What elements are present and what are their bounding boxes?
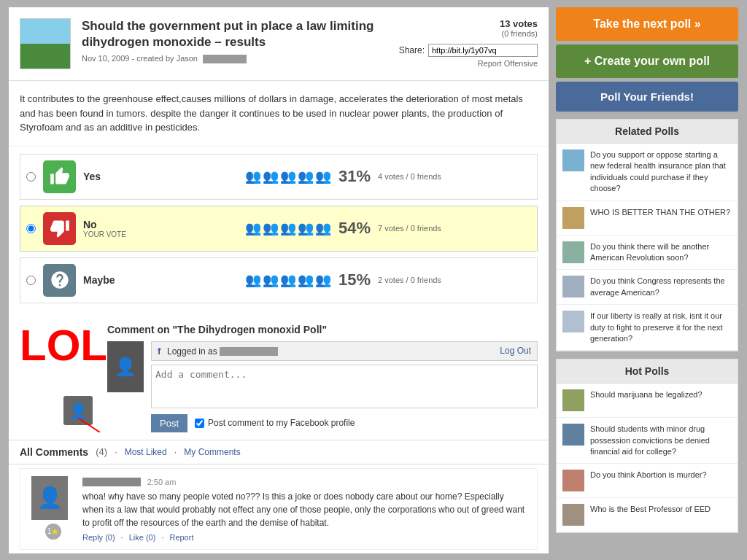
report-link[interactable]: Report Offensive [399, 59, 538, 68]
related-thumb-1 [562, 149, 584, 171]
hot-poll-text-3: Do you think Abortion is murder? [590, 470, 707, 481]
no-results: 👥 👥 👥 👥 👥 54% 7 votes / 0 friends [239, 213, 447, 244]
hot-thumb-3 [562, 470, 584, 491]
comment-user-row: 👤 f Logged in as Log Out [107, 341, 538, 432]
poll-friends-button[interactable]: Poll Your Friends! [556, 82, 738, 112]
radio-no[interactable] [26, 224, 36, 233]
poll-meta: Nov 10, 2009 - created by Jason [82, 54, 399, 63]
poll-stats: 13 votes (0 friends) Share: Report Offen… [399, 18, 538, 68]
hot-poll-2[interactable]: Should students with minor drug possessi… [557, 418, 738, 464]
like-link[interactable]: Like (0) [129, 533, 156, 542]
hot-polls-title: Hot Polls [557, 359, 738, 384]
hot-thumb-1 [562, 389, 584, 411]
take-next-poll-button[interactable]: Take the next poll » [556, 7, 738, 41]
comment-vote-area: 👤 1★ [31, 476, 75, 542]
post-comment-button[interactable]: Post [151, 414, 187, 432]
commenter-avatar: 👤 [107, 341, 144, 392]
related-thumb-5 [562, 311, 584, 332]
yes-results: 👥 👥 👥 👥 👥 31% 4 votes / 0 friends [239, 161, 447, 192]
vote-option-maybe[interactable]: Maybe 👥 👥 👥 👥 👥 15% 2 votes / 0 friends [20, 257, 538, 303]
related-poll-1[interactable]: Do you support or oppose starting a new … [557, 144, 738, 201]
comment-area: LOL 👤 Comment on "The Dihydrogen monoxid… [9, 316, 549, 440]
poll-title: Should the government put in place a law… [82, 18, 399, 50]
related-poll-text-3: Do you think there will be another Ameri… [590, 241, 732, 264]
all-comments-title: All Comments [20, 446, 88, 458]
no-detail: 7 votes / 0 friends [378, 224, 441, 233]
sidebar: Take the next poll » + Create your own p… [556, 7, 738, 553]
maybe-detail: 2 votes / 0 friends [378, 276, 441, 284]
comment-heading: Comment on "The Dihydrogen monoxid Poll" [107, 324, 538, 335]
poll-header: Should the government put in place a law… [9, 7, 549, 81]
reply-link[interactable]: Reply (0) [82, 533, 115, 542]
maybe-label: Maybe [83, 274, 115, 286]
my-comments-filter[interactable]: My Comments [184, 447, 240, 457]
hot-thumb-4 [562, 504, 584, 526]
yes-detail: 4 votes / 0 friends [378, 172, 441, 181]
radio-yes[interactable] [26, 172, 36, 182]
maybe-icon [43, 264, 76, 297]
fb-post-checkbox[interactable] [195, 419, 204, 428]
no-people-icons: 👥 👥 👥 👥 👥 [245, 220, 331, 236]
yes-icon [43, 160, 76, 193]
fb-logged-in-bar: f Logged in as Log Out [151, 341, 538, 361]
related-poll-text-4: Do you think Congress represents the ave… [590, 276, 732, 298]
arrow-svg [49, 418, 107, 432]
hot-poll-3[interactable]: Do you think Abortion is murder? [557, 464, 738, 498]
user-name-redacted [220, 347, 278, 356]
hot-thumb-2 [562, 424, 584, 446]
no-percent: 54% [338, 219, 371, 238]
hot-poll-text-1: Should marijuana be legalized? [590, 389, 703, 400]
poll-title-area: Should the government put in place a law… [82, 18, 399, 63]
fb-icon: f [158, 346, 160, 357]
related-poll-3[interactable]: Do you think there will be another Ameri… [557, 236, 738, 271]
comment-text: whoa! why have so many people voted no??… [82, 490, 526, 529]
radio-maybe[interactable] [26, 276, 36, 285]
hot-poll-text-2: Should students with minor drug possessi… [590, 424, 732, 457]
vote-count: 13 votes [399, 18, 538, 29]
comment-section: Comment on "The Dihydrogen monoxid Poll"… [107, 324, 538, 432]
friends-count: (0 friends) [399, 29, 538, 38]
logout-link[interactable]: Log Out [500, 346, 531, 356]
vote-option-yes[interactable]: Yes 👥 👥 👥 👥 👥 31% 4 votes / 0 friends [20, 154, 538, 200]
comment-header-row: 2:50 am [82, 476, 526, 487]
most-liked-filter[interactable]: Most Liked [125, 447, 167, 457]
hot-poll-text-4: Who is the Best Professor of EED [590, 504, 711, 515]
related-thumb-3 [562, 241, 584, 263]
logged-in-text: Logged in as [167, 346, 220, 357]
hot-poll-1[interactable]: Should marijuana be legalized? [557, 384, 738, 418]
comment-avatar: 👤 [31, 476, 68, 520]
related-thumb-2 [562, 207, 584, 229]
comment-time: 2:50 am [147, 478, 177, 486]
no-icon [43, 212, 76, 245]
comment-box-wrapper: f Logged in as Log Out Post [151, 341, 538, 432]
fb-checkbox-row: Post comment to my Facebook profile [195, 418, 355, 428]
related-poll-4[interactable]: Do you think Congress represents the ave… [557, 270, 738, 305]
related-poll-text-5: If our liberty is really at risk, isnt i… [590, 311, 732, 344]
comments-header: All Comments (4) · Most Liked · My Comme… [9, 440, 549, 464]
your-vote-label: YOUR VOTE [83, 230, 126, 238]
comment-textarea[interactable] [151, 365, 538, 408]
comment-author-redacted [82, 478, 141, 486]
comments-count: (4) [96, 446, 107, 457]
share-row: Share: [399, 44, 538, 57]
yes-label: Yes [83, 171, 101, 182]
related-poll-5[interactable]: If our liberty is really at risk, isnt i… [557, 305, 738, 351]
create-poll-button[interactable]: + Create your own poll [556, 44, 738, 78]
report-comment-link[interactable]: Report [169, 533, 193, 542]
maybe-results: 👥 👥 👥 👥 👥 15% 2 votes / 0 friends [239, 265, 447, 295]
hot-poll-4[interactable]: Who is the Best Professor of EED [557, 498, 738, 532]
comment-vote-badge: 1★ [45, 524, 61, 540]
share-url-input[interactable] [428, 44, 538, 57]
related-poll-text-1: Do you support or oppose starting a new … [590, 149, 732, 195]
poll-image [20, 18, 71, 69]
fb-checkbox-label: Post comment to my Facebook profile [208, 418, 355, 428]
share-label: Share: [399, 45, 425, 55]
related-polls-title: Related Polls [557, 120, 738, 144]
yes-percent: 31% [338, 167, 371, 186]
vote-option-no[interactable]: No YOUR VOTE 👥 👥 👥 👥 👥 54% [20, 206, 538, 252]
poll-meta-text: Nov 10, 2009 - created by Jason [82, 54, 198, 63]
related-thumb-4 [562, 276, 584, 298]
related-poll-2[interactable]: WHO IS BETTER THAN THE OTHER? [557, 201, 738, 236]
related-polls-section: Related Polls Do you support or oppose s… [556, 119, 738, 351]
voting-section: Yes 👥 👥 👥 👥 👥 31% 4 votes / 0 friends [9, 147, 549, 316]
